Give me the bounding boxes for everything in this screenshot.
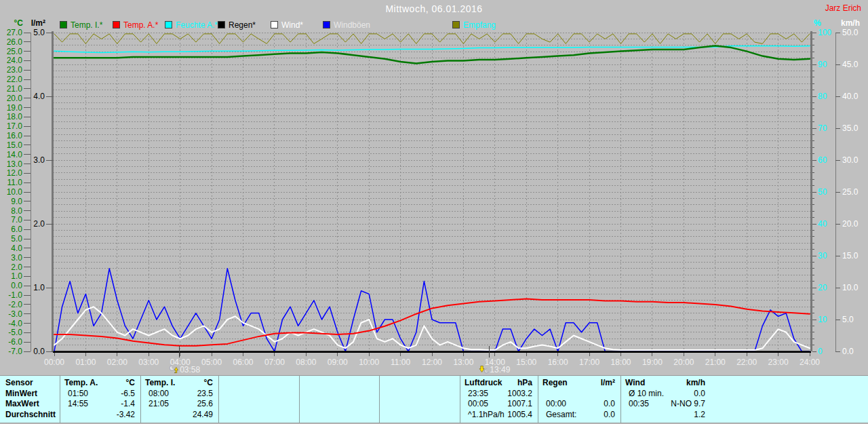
x-tick-label: 06:00 <box>233 358 253 367</box>
x-tick-label: 16:00 <box>548 358 568 367</box>
stats-cell: 1003.2 <box>460 389 532 398</box>
marker-time-label: 03:58 <box>180 365 200 374</box>
temp-axis-label: 11.0 <box>7 178 23 187</box>
temp-axis-label: 4.0 <box>11 244 22 253</box>
stats-cell: °C <box>140 378 213 387</box>
stats-cell: N-NO 9.7 <box>620 399 705 408</box>
humidity-axis-label: 30 <box>818 251 827 261</box>
temp-axis-label: -6.0 <box>8 337 22 347</box>
x-tick-label: 10:00 <box>359 358 379 367</box>
wind-axis-label: 5.0 <box>842 315 854 324</box>
temp-axis-label: 6.0 <box>11 225 22 234</box>
temp-axis-label: 27.0 <box>7 28 23 37</box>
x-tick-label: 22:00 <box>736 358 757 367</box>
humidity-axis-label: 70 <box>818 123 827 133</box>
temp-axis-label: 2.0 <box>11 263 22 272</box>
temp-axis-label: 19.0 <box>7 103 23 113</box>
temp-axis-label: -7.0 <box>8 347 22 356</box>
wind-axis-label: 45.0 <box>842 60 859 69</box>
rain-axis-label: 2.0 <box>33 219 45 229</box>
table-column-separator <box>218 376 219 423</box>
humidity-axis-label: 40 <box>818 219 827 229</box>
table-column-separator <box>379 376 380 423</box>
weather-app-window: Mittwoch, 06.01.2016 Jarz Erich °C l/m² … <box>0 0 868 424</box>
stats-cell: 1007.1 <box>460 399 532 408</box>
temp-axis-label: 14.0 <box>7 150 23 159</box>
temp-axis-label: 12.0 <box>7 168 23 178</box>
stats-cell: °C <box>60 378 135 387</box>
temp-axis-label: 20.0 <box>7 94 23 103</box>
x-tick-label: 08:00 <box>296 358 316 367</box>
temp-axis-label: 8.0 <box>11 206 22 216</box>
x-tick-label: 24:00 <box>800 358 820 367</box>
temp-axis-label: 13.0 <box>7 159 23 169</box>
stats-cell: -1.4 <box>60 399 135 408</box>
wind-axis-label: 50.0 <box>842 28 859 37</box>
wind-axis-label: 30.0 <box>842 155 859 165</box>
moonset-icon <box>479 366 490 374</box>
rain-axis-label: 5.0 <box>33 28 45 37</box>
temp-axis-label: 22.0 <box>7 75 23 84</box>
marker-time-label: 13:49 <box>490 365 510 374</box>
stats-cell: -3.42 <box>60 410 135 419</box>
temp-axis-label: 3.0 <box>11 253 22 263</box>
x-tick-label: 20:00 <box>673 358 694 367</box>
temp-axis-label: 1.0 <box>11 271 22 281</box>
stats-cell: 1.2 <box>620 410 705 419</box>
temp-axis-label: 25.0 <box>7 47 23 56</box>
stats-cell: 1005.4 <box>460 410 532 419</box>
temp-axis-label: 7.0 <box>11 215 22 225</box>
temp-axis-label: -5.0 <box>8 328 22 337</box>
humidity-axis-label: 100 <box>818 28 831 37</box>
x-tick-label: 21:00 <box>705 358 726 367</box>
temp-axis-label: -4.0 <box>8 319 22 328</box>
x-tick-label: 00:00 <box>44 358 64 367</box>
wind-axis-label: 15.0 <box>842 251 859 261</box>
wind-axis-label: 0.0 <box>842 347 854 356</box>
stats-cell: 23.5 <box>140 389 213 398</box>
stats-cell: Sensor <box>5 378 33 387</box>
x-tick-label: 23:00 <box>768 358 789 367</box>
wind-axis-label: 40.0 <box>842 92 859 101</box>
stats-cell: MaxWert <box>5 399 39 408</box>
stats-cell: Durchschnitt <box>5 410 56 419</box>
stats-cell: km/h <box>620 378 705 387</box>
x-tick-label: 05:00 <box>201 358 222 367</box>
temp-axis-label: 26.0 <box>7 37 23 47</box>
stats-cell: 0.0 <box>538 399 615 408</box>
temp-axis-label: 5.0 <box>11 234 22 244</box>
temp-axis-label: 9.0 <box>11 197 22 206</box>
chart-canvas[interactable]: 27.026.025.024.023.022.021.020.019.018.0… <box>0 0 868 375</box>
temp-axis-label: 17.0 <box>7 121 23 131</box>
wind-axis-label: 20.0 <box>842 219 859 229</box>
temp-axis-label: 21.0 <box>7 84 23 94</box>
x-tick-label: 11:00 <box>391 358 410 367</box>
humidity-axis-label: 0 <box>818 347 823 356</box>
stats-cell: 25.6 <box>140 399 213 408</box>
wind-axis-label: 25.0 <box>842 187 859 197</box>
temp-axis-label: 24.0 <box>7 56 23 65</box>
temp-axis-label: -3.0 <box>8 309 22 319</box>
x-tick-label: 01:00 <box>75 358 96 367</box>
x-tick-label: 02:00 <box>107 358 127 367</box>
x-tick-label: 17:00 <box>579 358 599 367</box>
stats-cell: hPa <box>460 378 532 387</box>
temp-axis-label: 0.0 <box>11 281 22 290</box>
x-tick-label: 12:00 <box>422 358 442 367</box>
x-tick-label: 07:00 <box>264 358 285 367</box>
stats-cell: l/m² <box>538 378 615 387</box>
x-tick-label: 13:00 <box>453 358 473 367</box>
x-tick-label: 15:00 <box>516 358 536 367</box>
humidity-axis-label: 50 <box>818 187 827 197</box>
rain-axis-label: 3.0 <box>33 155 45 165</box>
stats-cell: 0.0 <box>538 410 615 419</box>
rain-axis-label: 0.0 <box>33 347 45 356</box>
temp-axis-label: 16.0 <box>7 131 23 140</box>
humidity-axis-label: 20 <box>818 283 827 292</box>
stats-cell: -6.5 <box>60 389 135 398</box>
x-tick-label: 18:00 <box>610 358 631 367</box>
x-tick-label: 03:00 <box>138 358 159 367</box>
temp-axis-label: 15.0 <box>7 140 23 150</box>
stats-cell: MinWert <box>5 389 37 398</box>
temp-axis-label: 18.0 <box>7 112 23 121</box>
